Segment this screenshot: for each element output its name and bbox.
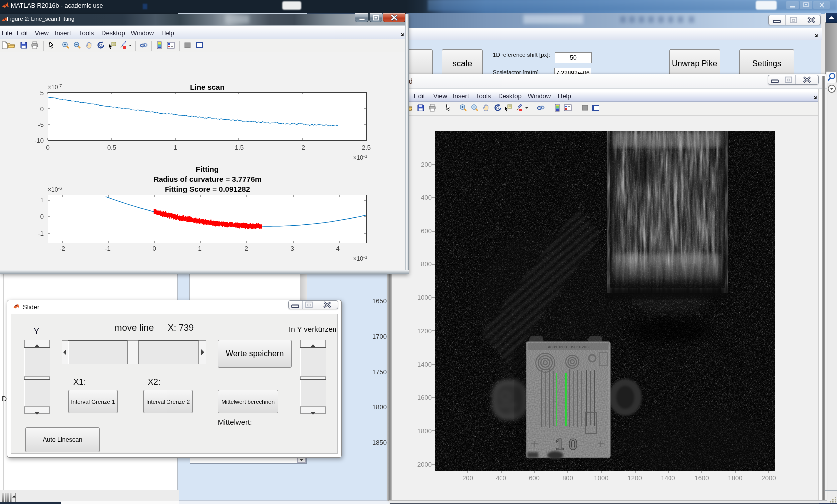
svg-text:2: 2 [244,245,248,252]
svg-text:Fitting Score = 0.091282: Fitting Score = 0.091282 [165,185,250,193]
svg-text:-2: -2 [59,245,65,252]
svg-text:-1: -1 [38,230,44,237]
svg-text:2: 2 [301,144,305,151]
svg-text:×10-6: ×10-6 [48,186,62,193]
svg-text:-5: -5 [38,121,44,128]
svg-text:4: 4 [336,245,339,252]
svg-text:×10-3: ×10-3 [353,154,367,161]
svg-text:×10-7: ×10-7 [48,83,62,91]
svg-text:Fitting: Fitting [196,165,219,173]
svg-text:2.5: 2.5 [362,144,371,151]
svg-text:-10: -10 [34,137,44,144]
svg-text:1: 1 [198,245,201,252]
svg-text:0.5: 0.5 [107,144,116,151]
svg-text:1.5: 1.5 [235,144,244,151]
svg-text:×10-3: ×10-3 [353,255,367,262]
svg-text:0: 0 [40,105,44,113]
svg-text:1: 1 [173,144,177,151]
svg-text:3: 3 [290,245,294,252]
svg-text:Radius of curvature = 3.7776m: Radius of curvature = 3.7776m [153,175,261,183]
svg-text:0: 0 [40,213,44,220]
svg-text:0: 0 [152,245,156,252]
svg-text:-1: -1 [105,245,111,252]
svg-text:Line scan: Line scan [190,83,224,91]
svg-text:5: 5 [40,89,44,97]
svg-text:1: 1 [40,196,44,204]
svg-text:0: 0 [46,144,49,151]
